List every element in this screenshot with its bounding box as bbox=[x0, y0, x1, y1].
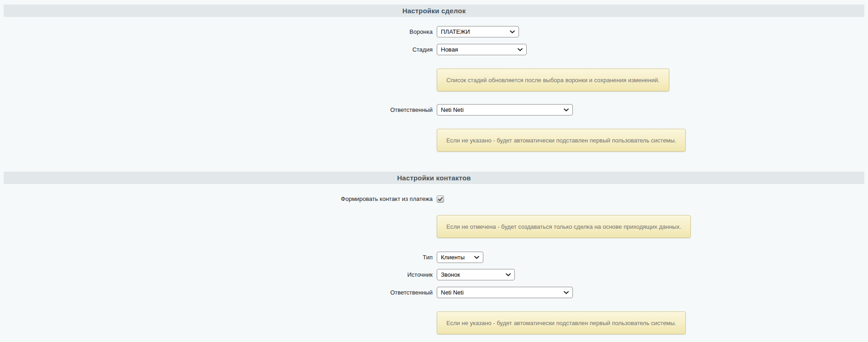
deals-responsible-select[interactable]: Neti Neti bbox=[437, 104, 573, 116]
contacts-responsible-select[interactable]: Neti Neti bbox=[437, 287, 573, 298]
contact-type-label: Тип bbox=[0, 254, 437, 261]
create-contact-label: Формировать контакт из платежа bbox=[0, 195, 437, 202]
funnel-label: Воронка bbox=[0, 28, 437, 35]
create-contact-checkbox[interactable] bbox=[437, 195, 444, 203]
deals-section-title: Настройки сделок bbox=[402, 7, 466, 15]
settings-page: Настройки сделок Воронка ПЛАТЕЖИ Стадия … bbox=[0, 0, 868, 342]
contact-source-row: Источник Звонок bbox=[0, 269, 868, 280]
funnel-row: Воронка ПЛАТЕЖИ bbox=[0, 26, 868, 37]
contact-type-select[interactable]: Клиенты bbox=[437, 252, 483, 263]
deals-responsible-note-row: Если не указано - будет автоматически по… bbox=[437, 129, 868, 152]
stage-hint-note: Список стадий обновляется после выбора в… bbox=[437, 68, 669, 91]
contact-source-label: Источник bbox=[0, 271, 437, 278]
contacts-section-title: Настройки контактов bbox=[397, 174, 471, 182]
contacts-responsible-note-row: Если не указано - будет автоматически по… bbox=[437, 311, 868, 334]
deals-responsible-label: Ответственный bbox=[0, 106, 437, 113]
stage-select[interactable]: Новая bbox=[437, 44, 527, 55]
deals-section-header: Настройки сделок bbox=[4, 5, 864, 17]
contacts-responsible-hint-note: Если не указано - будет автоматически по… bbox=[437, 311, 686, 334]
contacts-section-header: Настройки контактов bbox=[4, 172, 864, 184]
contact-type-row: Тип Клиенты bbox=[0, 252, 868, 263]
stage-label: Стадия bbox=[0, 46, 437, 53]
stage-note-row: Список стадий обновляется после выбора в… bbox=[437, 68, 868, 91]
contact-source-select[interactable]: Звонок bbox=[437, 269, 515, 280]
create-contact-note-row: Если не отмечена - будет создаваться тол… bbox=[437, 215, 868, 238]
check-icon bbox=[438, 196, 443, 202]
contacts-responsible-row: Ответственный Neti Neti bbox=[0, 287, 868, 298]
deals-responsible-row: Ответственный Neti Neti bbox=[0, 104, 868, 116]
deals-responsible-hint-note: Если не указано - будет автоматически по… bbox=[437, 129, 686, 152]
funnel-select[interactable]: ПЛАТЕЖИ bbox=[437, 26, 519, 37]
contacts-responsible-label: Ответственный bbox=[0, 289, 437, 296]
create-contact-row: Формировать контакт из платежа bbox=[0, 195, 868, 203]
create-contact-hint-note: Если не отмечена - будет создаваться тол… bbox=[437, 215, 691, 238]
stage-row: Стадия Новая bbox=[0, 44, 868, 55]
